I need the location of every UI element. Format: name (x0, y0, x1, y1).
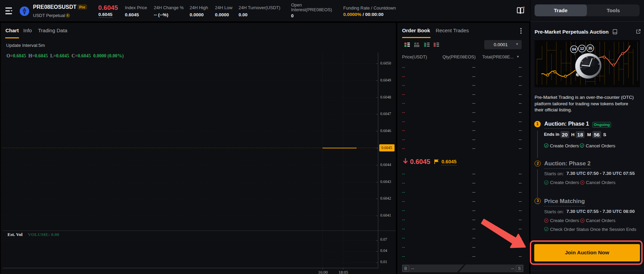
svg-text:04: 04 (572, 47, 576, 51)
svg-text:M: M (590, 52, 591, 54)
svg-text:12: 12 (580, 47, 584, 51)
svg-text:H: H (581, 53, 583, 55)
svg-text:35: 35 (588, 46, 592, 50)
svg-text:D: D (574, 53, 575, 55)
